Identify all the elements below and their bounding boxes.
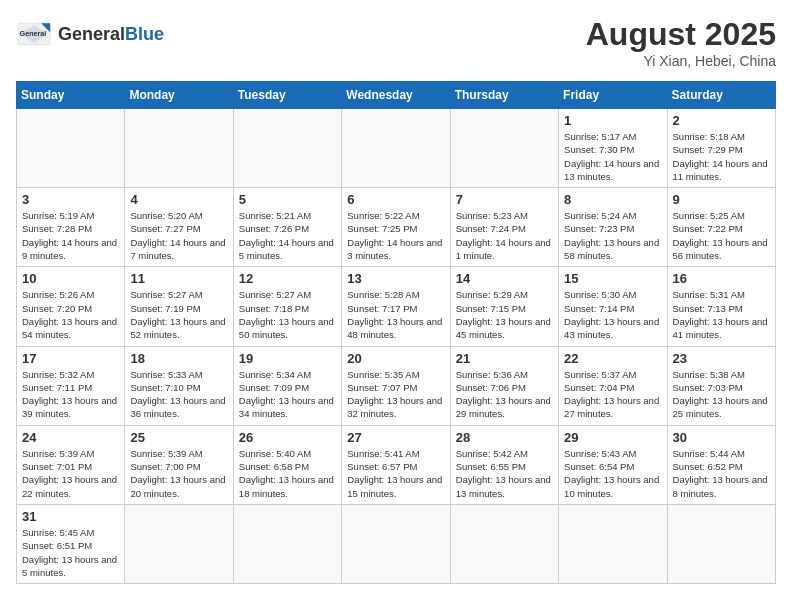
calendar-cell xyxy=(233,109,341,188)
calendar-cell xyxy=(559,504,667,583)
calendar-cell: 21Sunrise: 5:36 AM Sunset: 7:06 PM Dayli… xyxy=(450,346,558,425)
day-info: Sunrise: 5:28 AM Sunset: 7:17 PM Dayligh… xyxy=(347,288,444,341)
calendar-cell: 6Sunrise: 5:22 AM Sunset: 7:25 PM Daylig… xyxy=(342,188,450,267)
weekday-header-saturday: Saturday xyxy=(667,82,775,109)
day-info: Sunrise: 5:31 AM Sunset: 7:13 PM Dayligh… xyxy=(673,288,770,341)
day-info: Sunrise: 5:27 AM Sunset: 7:19 PM Dayligh… xyxy=(130,288,227,341)
day-info: Sunrise: 5:34 AM Sunset: 7:09 PM Dayligh… xyxy=(239,368,336,421)
calendar-cell: 16Sunrise: 5:31 AM Sunset: 7:13 PM Dayli… xyxy=(667,267,775,346)
day-number: 20 xyxy=(347,351,444,366)
title-block: August 2025 Yi Xian, Hebei, China xyxy=(586,16,776,69)
calendar-cell xyxy=(125,504,233,583)
calendar-cell xyxy=(342,109,450,188)
logo-text: GeneralBlue xyxy=(58,24,164,45)
weekday-header-friday: Friday xyxy=(559,82,667,109)
day-info: Sunrise: 5:21 AM Sunset: 7:26 PM Dayligh… xyxy=(239,209,336,262)
day-number: 15 xyxy=(564,271,661,286)
day-number: 26 xyxy=(239,430,336,445)
day-number: 11 xyxy=(130,271,227,286)
day-number: 29 xyxy=(564,430,661,445)
calendar-cell: 27Sunrise: 5:41 AM Sunset: 6:57 PM Dayli… xyxy=(342,425,450,504)
day-info: Sunrise: 5:23 AM Sunset: 7:24 PM Dayligh… xyxy=(456,209,553,262)
calendar-cell: 19Sunrise: 5:34 AM Sunset: 7:09 PM Dayli… xyxy=(233,346,341,425)
calendar-cell: 11Sunrise: 5:27 AM Sunset: 7:19 PM Dayli… xyxy=(125,267,233,346)
day-number: 3 xyxy=(22,192,119,207)
day-number: 7 xyxy=(456,192,553,207)
calendar-cell: 25Sunrise: 5:39 AM Sunset: 7:00 PM Dayli… xyxy=(125,425,233,504)
day-number: 19 xyxy=(239,351,336,366)
calendar-cell: 17Sunrise: 5:32 AM Sunset: 7:11 PM Dayli… xyxy=(17,346,125,425)
day-number: 4 xyxy=(130,192,227,207)
calendar-cell: 22Sunrise: 5:37 AM Sunset: 7:04 PM Dayli… xyxy=(559,346,667,425)
day-info: Sunrise: 5:43 AM Sunset: 6:54 PM Dayligh… xyxy=(564,447,661,500)
calendar-week-row: 17Sunrise: 5:32 AM Sunset: 7:11 PM Dayli… xyxy=(17,346,776,425)
calendar-cell: 4Sunrise: 5:20 AM Sunset: 7:27 PM Daylig… xyxy=(125,188,233,267)
weekday-header-wednesday: Wednesday xyxy=(342,82,450,109)
calendar-cell: 2Sunrise: 5:18 AM Sunset: 7:29 PM Daylig… xyxy=(667,109,775,188)
day-number: 17 xyxy=(22,351,119,366)
day-info: Sunrise: 5:22 AM Sunset: 7:25 PM Dayligh… xyxy=(347,209,444,262)
day-number: 8 xyxy=(564,192,661,207)
day-info: Sunrise: 5:38 AM Sunset: 7:03 PM Dayligh… xyxy=(673,368,770,421)
day-info: Sunrise: 5:32 AM Sunset: 7:11 PM Dayligh… xyxy=(22,368,119,421)
calendar-week-row: 31Sunrise: 5:45 AM Sunset: 6:51 PM Dayli… xyxy=(17,504,776,583)
day-number: 14 xyxy=(456,271,553,286)
day-info: Sunrise: 5:36 AM Sunset: 7:06 PM Dayligh… xyxy=(456,368,553,421)
weekday-header-tuesday: Tuesday xyxy=(233,82,341,109)
day-number: 2 xyxy=(673,113,770,128)
day-number: 28 xyxy=(456,430,553,445)
calendar-cell xyxy=(233,504,341,583)
day-number: 18 xyxy=(130,351,227,366)
day-info: Sunrise: 5:17 AM Sunset: 7:30 PM Dayligh… xyxy=(564,130,661,183)
day-number: 12 xyxy=(239,271,336,286)
day-number: 10 xyxy=(22,271,119,286)
page-header: General GeneralBlue August 2025 Yi Xian,… xyxy=(16,16,776,69)
day-number: 6 xyxy=(347,192,444,207)
day-number: 31 xyxy=(22,509,119,524)
day-number: 16 xyxy=(673,271,770,286)
day-number: 13 xyxy=(347,271,444,286)
day-number: 5 xyxy=(239,192,336,207)
calendar-cell: 14Sunrise: 5:29 AM Sunset: 7:15 PM Dayli… xyxy=(450,267,558,346)
calendar-cell: 12Sunrise: 5:27 AM Sunset: 7:18 PM Dayli… xyxy=(233,267,341,346)
calendar-cell: 3Sunrise: 5:19 AM Sunset: 7:28 PM Daylig… xyxy=(17,188,125,267)
calendar-week-row: 1Sunrise: 5:17 AM Sunset: 7:30 PM Daylig… xyxy=(17,109,776,188)
weekday-header-row: SundayMondayTuesdayWednesdayThursdayFrid… xyxy=(17,82,776,109)
generalblue-logo-icon: General xyxy=(16,16,52,52)
weekday-header-monday: Monday xyxy=(125,82,233,109)
day-info: Sunrise: 5:29 AM Sunset: 7:15 PM Dayligh… xyxy=(456,288,553,341)
calendar-cell xyxy=(125,109,233,188)
day-info: Sunrise: 5:26 AM Sunset: 7:20 PM Dayligh… xyxy=(22,288,119,341)
calendar-cell xyxy=(17,109,125,188)
day-info: Sunrise: 5:30 AM Sunset: 7:14 PM Dayligh… xyxy=(564,288,661,341)
calendar-cell: 29Sunrise: 5:43 AM Sunset: 6:54 PM Dayli… xyxy=(559,425,667,504)
logo: General GeneralBlue xyxy=(16,16,164,52)
calendar-cell: 30Sunrise: 5:44 AM Sunset: 6:52 PM Dayli… xyxy=(667,425,775,504)
day-info: Sunrise: 5:24 AM Sunset: 7:23 PM Dayligh… xyxy=(564,209,661,262)
calendar-cell: 20Sunrise: 5:35 AM Sunset: 7:07 PM Dayli… xyxy=(342,346,450,425)
calendar-cell: 28Sunrise: 5:42 AM Sunset: 6:55 PM Dayli… xyxy=(450,425,558,504)
calendar-cell: 26Sunrise: 5:40 AM Sunset: 6:58 PM Dayli… xyxy=(233,425,341,504)
day-info: Sunrise: 5:35 AM Sunset: 7:07 PM Dayligh… xyxy=(347,368,444,421)
calendar-cell: 13Sunrise: 5:28 AM Sunset: 7:17 PM Dayli… xyxy=(342,267,450,346)
calendar-table: SundayMondayTuesdayWednesdayThursdayFrid… xyxy=(16,81,776,584)
day-number: 23 xyxy=(673,351,770,366)
day-info: Sunrise: 5:37 AM Sunset: 7:04 PM Dayligh… xyxy=(564,368,661,421)
calendar-cell xyxy=(342,504,450,583)
day-info: Sunrise: 5:39 AM Sunset: 7:00 PM Dayligh… xyxy=(130,447,227,500)
weekday-header-sunday: Sunday xyxy=(17,82,125,109)
calendar-cell: 7Sunrise: 5:23 AM Sunset: 7:24 PM Daylig… xyxy=(450,188,558,267)
day-number: 27 xyxy=(347,430,444,445)
calendar-cell: 8Sunrise: 5:24 AM Sunset: 7:23 PM Daylig… xyxy=(559,188,667,267)
day-number: 21 xyxy=(456,351,553,366)
day-info: Sunrise: 5:33 AM Sunset: 7:10 PM Dayligh… xyxy=(130,368,227,421)
day-number: 22 xyxy=(564,351,661,366)
weekday-header-thursday: Thursday xyxy=(450,82,558,109)
calendar-cell: 5Sunrise: 5:21 AM Sunset: 7:26 PM Daylig… xyxy=(233,188,341,267)
calendar-week-row: 10Sunrise: 5:26 AM Sunset: 7:20 PM Dayli… xyxy=(17,267,776,346)
day-info: Sunrise: 5:41 AM Sunset: 6:57 PM Dayligh… xyxy=(347,447,444,500)
day-number: 24 xyxy=(22,430,119,445)
day-info: Sunrise: 5:42 AM Sunset: 6:55 PM Dayligh… xyxy=(456,447,553,500)
calendar-cell xyxy=(450,504,558,583)
day-info: Sunrise: 5:45 AM Sunset: 6:51 PM Dayligh… xyxy=(22,526,119,579)
